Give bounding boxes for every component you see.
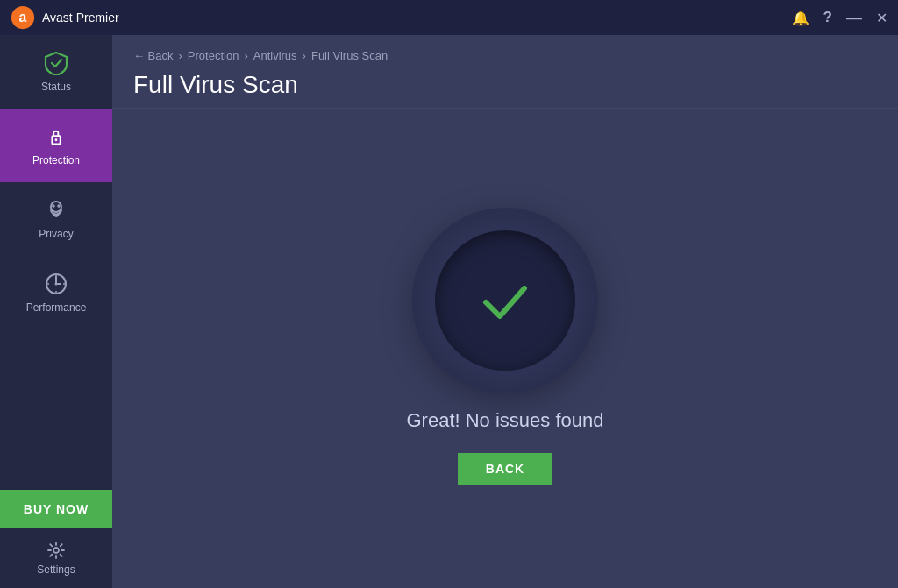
privacy-icon (44, 198, 68, 223)
help-icon[interactable]: ? (823, 9, 832, 26)
settings-icon (46, 541, 66, 560)
sidebar-item-settings[interactable]: Settings (0, 528, 112, 588)
privacy-label: Privacy (39, 228, 73, 240)
minimize-icon[interactable]: — (846, 9, 862, 27)
sidebar-item-status[interactable]: Status (0, 35, 112, 109)
title-bar-controls: 🔔 ? — ✕ (792, 9, 887, 27)
breadcrumb: ← Back › Protection › Antivirus › Full V… (133, 49, 877, 62)
back-link[interactable]: ← Back (133, 49, 174, 62)
breadcrumb-protection[interactable]: Protection (188, 49, 239, 62)
avast-logo-icon: a (11, 5, 35, 30)
svg-point-6 (58, 205, 60, 207)
sidebar-spacer (0, 329, 112, 490)
svg-point-3 (55, 138, 58, 141)
notification-icon[interactable]: 🔔 (792, 10, 809, 26)
title-bar-left: a Avast Premier (11, 5, 119, 30)
settings-label: Settings (37, 563, 75, 576)
status-label: Status (41, 81, 71, 93)
back-button[interactable]: BACK (458, 453, 552, 485)
page-title: Full Virus Scan (133, 71, 877, 99)
scan-result: Great! No issues found BACK (112, 109, 898, 588)
status-icon (44, 51, 68, 75)
svg-point-5 (53, 205, 54, 207)
close-icon[interactable]: ✕ (876, 10, 887, 26)
breadcrumb-sep-1: › (179, 49, 182, 62)
breadcrumb-antivirus[interactable]: Antivirus (253, 49, 297, 62)
sidebar-item-privacy[interactable]: Privacy (0, 182, 112, 256)
breadcrumb-sep-3: › (303, 49, 306, 62)
breadcrumb-sep-2: › (244, 49, 247, 62)
svg-point-10 (55, 283, 58, 286)
sidebar: Status Protection (0, 35, 112, 588)
svg-point-15 (53, 548, 59, 553)
breadcrumb-current: Full Virus Scan (311, 49, 388, 62)
performance-label: Performance (26, 301, 87, 314)
svg-text:a: a (19, 10, 27, 25)
performance-icon (44, 272, 68, 296)
buy-now-button[interactable]: BUY NOW (0, 490, 112, 528)
checkmark-icon (474, 269, 537, 332)
app-title: Avast Premier (42, 11, 119, 25)
result-message: Great! No issues found (406, 409, 603, 432)
scan-circle-inner (435, 230, 575, 371)
scan-circle (417, 213, 593, 388)
protection-icon (45, 124, 68, 149)
main-layout: Status Protection (0, 35, 898, 588)
sidebar-item-protection[interactable]: Protection (0, 109, 112, 182)
title-bar: a Avast Premier 🔔 ? — ✕ (0, 0, 898, 35)
content-header: ← Back › Protection › Antivirus › Full V… (112, 35, 898, 109)
content-area: ← Back › Protection › Antivirus › Full V… (112, 35, 898, 588)
protection-label: Protection (32, 154, 80, 166)
sidebar-item-performance[interactable]: Performance (0, 256, 112, 329)
